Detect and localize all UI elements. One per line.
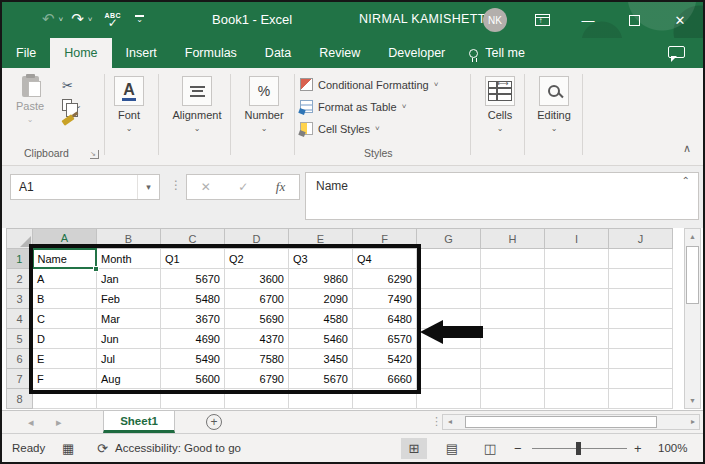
row-header-6[interactable]: 6 — [7, 349, 33, 369]
row-header-7[interactable]: 7 — [7, 369, 33, 389]
cell-b1[interactable]: Month — [97, 249, 161, 269]
cancel-icon[interactable]: ✕ — [201, 180, 211, 194]
row-header-5[interactable]: 5 — [7, 329, 33, 349]
name-box-dropdown-icon[interactable]: ▾ — [137, 175, 159, 199]
row-header-4[interactable]: 4 — [7, 309, 33, 329]
cell-a4[interactable]: C — [33, 309, 97, 329]
cell-i5[interactable] — [545, 329, 609, 349]
tab-review[interactable]: Review — [305, 38, 374, 68]
cell-b6[interactable]: Jul — [97, 349, 161, 369]
cell-f5[interactable]: 6570 — [353, 329, 417, 349]
column-header-f[interactable]: F — [353, 229, 417, 249]
sheet-tab-sheet1[interactable]: Sheet1 — [103, 411, 175, 433]
cell-h7[interactable] — [481, 369, 545, 389]
vertical-scrollbar[interactable]: ▲ ▼ — [684, 228, 701, 409]
format-painter-icon[interactable] — [61, 114, 74, 126]
cell-a8[interactable] — [33, 389, 97, 409]
cell-g6[interactable] — [417, 349, 481, 369]
cell-d8[interactable] — [225, 389, 289, 409]
tab-data[interactable]: Data — [251, 38, 305, 68]
editing-group-button[interactable]: Editing ⌄ — [532, 76, 576, 133]
add-sheet-button[interactable]: + — [206, 414, 222, 430]
cell-b7[interactable]: Aug — [97, 369, 161, 389]
tab-developer[interactable]: Developer — [374, 38, 459, 68]
scroll-right-icon[interactable]: ▸ — [691, 417, 695, 426]
cell-d4[interactable]: 5690 — [225, 309, 289, 329]
macro-record-icon[interactable]: ▦ — [62, 441, 74, 456]
scroll-up-icon[interactable]: ▲ — [685, 233, 700, 240]
cell-h8[interactable] — [481, 389, 545, 409]
clipboard-dialog-launcher-icon[interactable]: ↘ — [90, 150, 99, 159]
cell-j4[interactable] — [609, 309, 673, 329]
cell-c6[interactable]: 5490 — [161, 349, 225, 369]
cell-e8[interactable] — [289, 389, 353, 409]
page-layout-view-button[interactable]: ▤ — [439, 438, 465, 459]
cell-j1[interactable] — [609, 249, 673, 269]
accessibility-status-label[interactable]: Accessibility: Good to go — [115, 442, 241, 454]
number-group-button[interactable]: % Number ⌄ — [240, 76, 288, 133]
column-header-a[interactable]: A — [33, 229, 97, 249]
tell-me-box[interactable]: Tell me — [459, 38, 535, 68]
cell-a5[interactable]: D — [33, 329, 97, 349]
normal-view-button[interactable]: ⊞ — [401, 438, 427, 459]
sheet-nav-right-icon[interactable]: ▸ — [56, 416, 62, 429]
cell-b4[interactable]: Mar — [97, 309, 161, 329]
redo-chevron-icon[interactable]: ˅ — [88, 15, 93, 24]
cell-b8[interactable] — [97, 389, 161, 409]
cell-c3[interactable]: 5480 — [161, 289, 225, 309]
cell-h1[interactable] — [481, 249, 545, 269]
cell-h5[interactable] — [481, 329, 545, 349]
paste-button[interactable]: Paste ⌄ — [16, 76, 44, 124]
font-group-button[interactable]: A Font ⌄ — [114, 76, 144, 133]
cell-f6[interactable]: 5420 — [353, 349, 417, 369]
cell-e3[interactable]: 2090 — [289, 289, 353, 309]
tab-formulas[interactable]: Formulas — [171, 38, 251, 68]
cell-b2[interactable]: Jan — [97, 269, 161, 289]
horizontal-scroll-thumb[interactable] — [465, 416, 657, 428]
cell-c2[interactable]: 5670 — [161, 269, 225, 289]
cell-b5[interactable]: Jun — [97, 329, 161, 349]
cell-b3[interactable]: Feb — [97, 289, 161, 309]
tab-file[interactable]: File — [2, 38, 50, 68]
cell-c5[interactable]: 4690 — [161, 329, 225, 349]
cell-j5[interactable] — [609, 329, 673, 349]
cell-g2[interactable] — [417, 269, 481, 289]
cell-f2[interactable]: 6290 — [353, 269, 417, 289]
cell-c1[interactable]: Q1 — [161, 249, 225, 269]
scroll-down-icon[interactable]: ▼ — [685, 397, 700, 404]
column-header-i[interactable]: I — [545, 229, 609, 249]
cell-f1[interactable]: Q4 — [353, 249, 417, 269]
column-header-c[interactable]: C — [161, 229, 225, 249]
cell-h3[interactable] — [481, 289, 545, 309]
row-header-8[interactable]: 8 — [7, 389, 33, 409]
cell-d2[interactable]: 3600 — [225, 269, 289, 289]
minimize-button[interactable]: — — [565, 2, 611, 38]
column-header-d[interactable]: D — [225, 229, 289, 249]
enter-icon[interactable]: ✓ — [238, 180, 248, 194]
cell-j8[interactable] — [609, 389, 673, 409]
cell-e7[interactable]: 5670 — [289, 369, 353, 389]
conditional-formatting-button[interactable]: Conditional Formatting ˅ — [300, 78, 438, 91]
spellcheck-icon[interactable]: ABC✓ — [105, 12, 122, 27]
cell-d1[interactable]: Q2 — [225, 249, 289, 269]
alignment-group-button[interactable]: Alignment ⌄ — [167, 76, 227, 133]
redo-icon[interactable]: ↷ — [71, 9, 84, 29]
customize-qat-icon[interactable]: ⌄ — [135, 15, 144, 23]
cell-d3[interactable]: 6700 — [225, 289, 289, 309]
row-header-1[interactable]: 1 — [7, 249, 33, 269]
cut-icon[interactable]: ✂ — [62, 78, 82, 93]
column-header-h[interactable]: H — [481, 229, 545, 249]
cell-i1[interactable] — [545, 249, 609, 269]
cells-group-button[interactable]: ⟷ Cells ⌄ — [480, 76, 520, 133]
tab-insert[interactable]: Insert — [112, 38, 171, 68]
cell-j3[interactable] — [609, 289, 673, 309]
select-all-corner[interactable] — [7, 229, 33, 249]
cell-g1[interactable] — [417, 249, 481, 269]
cell-g3[interactable] — [417, 289, 481, 309]
vertical-scroll-thumb[interactable] — [686, 246, 699, 304]
cell-i4[interactable] — [545, 309, 609, 329]
cell-j6[interactable] — [609, 349, 673, 369]
cell-d5[interactable]: 4370 — [225, 329, 289, 349]
scroll-left-icon[interactable]: ◂ — [448, 417, 452, 426]
zoom-level-label[interactable]: 100% — [658, 442, 687, 454]
